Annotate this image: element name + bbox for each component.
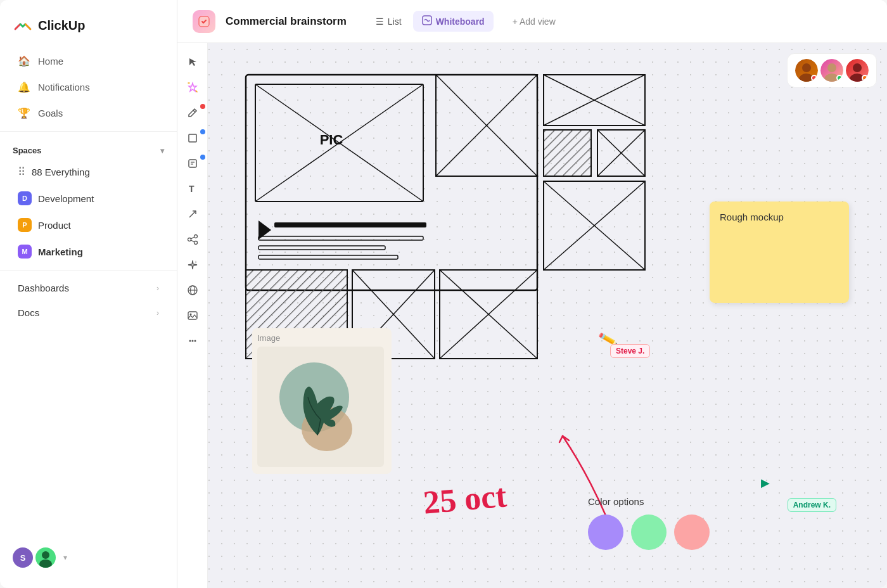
cursor-label-andrew: Andrew K. [788,498,836,512]
svg-point-20 [189,340,191,342]
cursor-icon-andrew: ▶ [761,476,770,490]
tool-cursor[interactable] [181,51,204,74]
sidebar-item-docs[interactable]: Docs › [5,301,172,324]
sidebar-item-product[interactable]: P Product [5,212,172,238]
cursor-label-steve: Steve J. [610,344,650,358]
svg-rect-37 [258,246,385,250]
project-icon [193,10,215,33]
svg-point-0 [42,551,49,559]
collab-avatar-3 [846,59,869,82]
color-circle-green[interactable] [631,514,667,550]
sidebar-item-everything[interactable]: ⠿ 88 Everything [5,160,172,184]
pen-dot [200,104,205,109]
sticky-note-title: Rough mockup [720,212,784,222]
whiteboard-icon [422,15,432,27]
whiteboard-content-area: PIC [208,43,887,588]
collab-avatar-1 [795,59,818,82]
topbar: Commercial brainstorm ☰ List Whiteboard … [177,0,887,43]
shape-dot [200,129,205,134]
svg-point-1 [39,559,52,568]
svg-point-27 [853,63,862,72]
nav-goals[interactable]: 🏆 Goals [5,101,172,125]
main-content: Commercial brainstorm ☰ List Whiteboard … [177,0,887,588]
app-name: ClickUp [38,18,85,33]
collab-avatars-panel [787,53,877,87]
marketing-badge: M [18,245,32,259]
svg-rect-18 [188,312,197,319]
image-label: Image [257,333,386,343]
svg-text:PIC: PIC [320,132,343,148]
tool-magic[interactable] [181,76,204,99]
home-icon: 🏠 [18,55,30,67]
svg-rect-5 [189,160,196,167]
tool-globe[interactable] [181,279,204,302]
status-dot-green [836,75,843,81]
development-badge: D [18,191,32,205]
tool-note[interactable] [181,152,204,175]
svg-point-23 [802,63,811,72]
user-avatar-s[interactable]: S [13,547,33,568]
svg-point-10 [188,238,191,241]
add-view-button[interactable]: + Add view [504,12,565,31]
color-options-panel: Color options [588,496,710,550]
whiteboard-canvas[interactable]: T [177,43,887,588]
date-annotation: 25 oct [422,476,508,521]
tab-whiteboard[interactable]: Whiteboard [413,11,494,32]
spaces-chevron-icon: ▾ [160,146,164,155]
svg-rect-4 [189,134,196,142]
nav-notifications[interactable]: 🔔 Notifications [5,75,172,99]
divider-1 [0,131,177,132]
dashboards-chevron-icon: › [156,284,159,293]
tool-connect[interactable] [181,228,204,251]
tool-more[interactable] [181,329,204,352]
svg-rect-36 [258,236,423,240]
image-box: Image [252,328,392,474]
svg-rect-29 [246,75,537,290]
status-dot-red [811,75,817,81]
dashboards-label: Dashboards [18,283,69,293]
tool-text[interactable]: T [181,177,204,200]
user-avatar-photo [35,547,56,568]
product-label: Product [38,220,71,231]
development-label: Development [38,193,94,204]
goals-label: Goals [38,108,63,118]
tool-pen[interactable] [181,101,204,124]
project-title: Commercial brainstorm [226,15,347,28]
divider-2 [0,270,177,271]
svg-line-13 [191,237,194,239]
sidebar-item-dashboards[interactable]: Dashboards › [5,276,172,300]
color-options-title: Color options [588,496,710,507]
tool-arrow[interactable] [181,203,204,226]
home-label: Home [38,56,63,67]
view-tabs: ☰ List Whiteboard [367,11,494,32]
svg-point-11 [194,235,197,238]
svg-point-19 [189,314,191,316]
bell-icon: 🔔 [18,81,30,93]
svg-point-21 [191,340,193,342]
color-circle-pink[interactable] [674,514,710,550]
sidebar-item-marketing[interactable]: M Marketing [5,239,172,264]
tab-list[interactable]: ☰ List [367,11,411,32]
tool-sparkle[interactable] [181,253,204,276]
svg-line-14 [191,240,194,242]
svg-rect-38 [258,255,398,259]
docs-label: Docs [18,307,39,318]
tool-image[interactable] [181,304,204,327]
marketing-label: Marketing [38,246,83,257]
svg-point-25 [827,63,836,72]
svg-point-12 [194,241,197,245]
color-circles [588,514,710,550]
logo-area: ClickUp [0,10,177,48]
sidebar: ClickUp 🏠 Home 🔔 Notifications 🏆 Goals S… [0,0,177,588]
tool-shape[interactable] [181,127,204,150]
sidebar-item-development[interactable]: D Development [5,186,172,211]
nav-home[interactable]: 🏠 Home [5,49,172,74]
toolbar: T [177,43,208,588]
list-tab-label: List [388,16,402,27]
user-menu-chevron-icon[interactable]: ▾ [63,553,67,562]
svg-rect-35 [274,222,426,227]
spaces-section-header[interactable]: Spaces ▾ [0,137,177,159]
color-circle-purple[interactable] [588,514,623,550]
sticky-note-rough-mockup[interactable]: Rough mockup [710,201,849,303]
whiteboard-tab-label: Whiteboard [436,16,485,27]
